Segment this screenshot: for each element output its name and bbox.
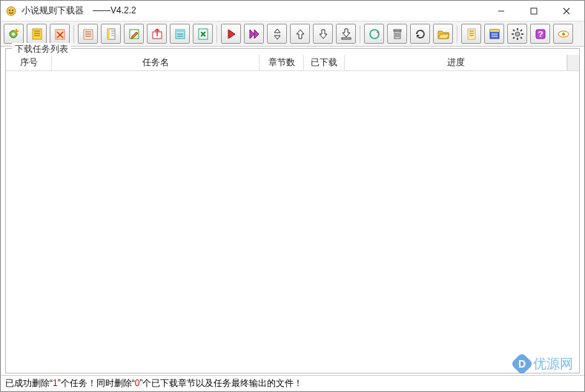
svg-rect-8 [33,29,42,39]
svg-point-1 [9,10,10,11]
svg-text:?: ? [538,30,543,39]
minimize-button[interactable] [485,1,518,21]
toolbar-separator [360,25,360,43]
btn-clipboard-red[interactable] [50,24,70,44]
app-icon [5,5,17,17]
btn-edit-pencil[interactable] [124,24,144,44]
btn-trash[interactable] [387,24,407,44]
list-header: 序号 任务名 章节数 已下载 进度 [6,55,579,71]
btn-reload[interactable] [410,24,430,44]
svg-point-2 [12,10,13,11]
svg-rect-3 [531,8,537,14]
svg-rect-17 [342,38,351,39]
btn-arrow-both[interactable] [267,24,287,44]
col-progress[interactable]: 进度 [345,55,567,70]
col-name[interactable]: 任务名 [52,55,260,70]
btn-help[interactable]: ? [530,24,550,44]
btn-refresh-circle[interactable] [364,24,384,44]
btn-doc-yellow[interactable] [461,24,481,44]
btn-gear-new[interactable] [4,24,24,44]
btn-list-yellow[interactable] [27,24,47,44]
svg-rect-21 [468,29,475,39]
task-list-group: 下载任务列表 序号 任务名 章节数 已下载 进度 [5,48,580,373]
svg-point-28 [562,33,565,36]
statusbar: 已成功删除“1”个任务！同时删除“0”个已下载章节以及任务最终输出的文件！ [1,375,584,391]
btn-notebook[interactable] [101,24,121,44]
btn-folder-open[interactable] [433,24,453,44]
group-title: 下载任务列表 [12,43,71,56]
btn-arrow-down-box[interactable] [336,24,356,44]
btn-eye[interactable] [553,24,573,44]
svg-point-24 [515,32,520,36]
toolbar-separator [217,25,217,43]
svg-rect-12 [108,29,110,39]
toolbar-separator [457,25,457,43]
col-downloaded[interactable]: 已下载 [304,55,345,70]
btn-notepad-cyan[interactable] [170,24,190,44]
btn-play-double[interactable] [244,24,264,44]
svg-point-0 [7,7,16,16]
close-button[interactable] [550,1,583,21]
svg-rect-7 [14,30,19,32]
btn-sheet-x[interactable] [193,24,213,44]
status-text: 已成功删除“1”个任务！同时删除“0”个已下载章节以及任务最终输出的文件！ [5,377,303,390]
btn-play[interactable] [221,24,241,44]
list-body[interactable] [6,71,579,373]
svg-point-5 [12,33,15,36]
toolbar: ? [1,21,584,47]
col-seq[interactable]: 序号 [6,55,52,70]
toolbar-separator [73,25,74,43]
svg-rect-20 [394,30,401,31]
svg-point-18 [370,30,379,39]
window-title: 小说规则下载器 ——V4.2.2 [22,4,485,17]
col-chapters[interactable]: 章节数 [260,55,304,70]
btn-arrow-down[interactable] [313,24,333,44]
maximize-button[interactable] [518,1,550,21]
btn-clipboard-list[interactable] [78,24,98,44]
btn-export-box[interactable] [147,24,167,44]
btn-settings-gear[interactable] [507,24,527,44]
svg-rect-23 [490,30,499,32]
scrollbar-header-stub [567,55,579,70]
titlebar: 小说规则下载器 ——V4.2.2 [1,1,584,21]
btn-arrow-up[interactable] [290,24,310,44]
btn-notepad-blue[interactable] [484,24,504,44]
